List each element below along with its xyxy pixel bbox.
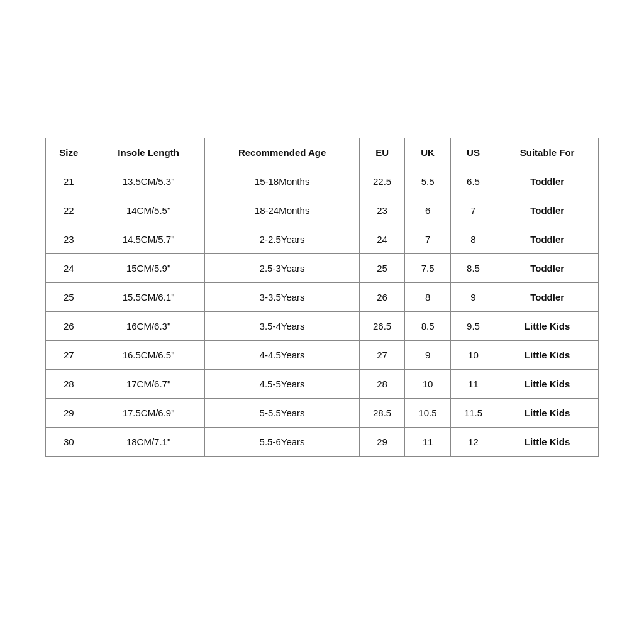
- table-row: 2314.5CM/5.7"2-2.5Years2478Toddler: [46, 225, 599, 253]
- cell-suitable: Toddler: [496, 225, 599, 253]
- table-row: 3018CM/7.1"5.5-6Years291112Little Kids: [46, 427, 599, 456]
- cell-age: 18-24Months: [205, 196, 359, 225]
- cell-eu: 27: [359, 340, 404, 369]
- cell-age: 4.5-5Years: [205, 369, 359, 398]
- cell-uk: 7: [405, 225, 450, 253]
- cell-uk: 10: [405, 369, 450, 398]
- cell-us: 12: [450, 427, 496, 456]
- cell-suitable: Little Kids: [496, 340, 599, 369]
- size-chart-table: Size Insole Length Recommended Age EU UK…: [45, 138, 599, 457]
- cell-size: 26: [46, 311, 92, 340]
- cell-suitable: Little Kids: [496, 398, 599, 427]
- cell-suitable: Little Kids: [496, 369, 599, 398]
- cell-insole: 17.5CM/6.9": [92, 398, 205, 427]
- cell-uk: 5.5: [405, 167, 450, 196]
- cell-eu: 28: [359, 369, 404, 398]
- header-eu: EU: [359, 138, 404, 167]
- size-chart-wrapper: Size Insole Length Recommended Age EU UK…: [45, 138, 599, 457]
- cell-suitable: Toddler: [496, 253, 599, 282]
- cell-eu: 29: [359, 427, 404, 456]
- table-row: 2917.5CM/6.9"5-5.5Years28.510.511.5Littl…: [46, 398, 599, 427]
- cell-suitable: Toddler: [496, 196, 599, 225]
- cell-suitable: Toddler: [496, 167, 599, 196]
- header-uk: UK: [405, 138, 450, 167]
- table-row: 2716.5CM/6.5"4-4.5Years27910Little Kids: [46, 340, 599, 369]
- cell-age: 5-5.5Years: [205, 398, 359, 427]
- cell-age: 2-2.5Years: [205, 225, 359, 253]
- cell-us: 9: [450, 282, 496, 311]
- cell-insole: 16CM/6.3": [92, 311, 205, 340]
- cell-age: 4-4.5Years: [205, 340, 359, 369]
- table-row: 2113.5CM/5.3"15-18Months22.55.56.5Toddle…: [46, 167, 599, 196]
- cell-uk: 7.5: [405, 253, 450, 282]
- table-row: 2616CM/6.3"3.5-4Years26.58.59.5Little Ki…: [46, 311, 599, 340]
- cell-size: 28: [46, 369, 92, 398]
- cell-eu: 28.5: [359, 398, 404, 427]
- cell-suitable: Little Kids: [496, 311, 599, 340]
- table-row: 2214CM/5.5"18-24Months2367Toddler: [46, 196, 599, 225]
- cell-size: 29: [46, 398, 92, 427]
- cell-suitable: Toddler: [496, 282, 599, 311]
- cell-insole: 15.5CM/6.1": [92, 282, 205, 311]
- cell-size: 24: [46, 253, 92, 282]
- header-size: Size: [46, 138, 92, 167]
- cell-eu: 26: [359, 282, 404, 311]
- cell-eu: 23: [359, 196, 404, 225]
- cell-size: 25: [46, 282, 92, 311]
- cell-insole: 14CM/5.5": [92, 196, 205, 225]
- cell-age: 15-18Months: [205, 167, 359, 196]
- cell-age: 5.5-6Years: [205, 427, 359, 456]
- cell-size: 21: [46, 167, 92, 196]
- cell-us: 11: [450, 369, 496, 398]
- cell-uk: 10.5: [405, 398, 450, 427]
- table-header-row: Size Insole Length Recommended Age EU UK…: [46, 138, 599, 167]
- cell-insole: 15CM/5.9": [92, 253, 205, 282]
- cell-insole: 14.5CM/5.7": [92, 225, 205, 253]
- header-insole-length: Insole Length: [92, 138, 205, 167]
- cell-eu: 24: [359, 225, 404, 253]
- cell-us: 6.5: [450, 167, 496, 196]
- table-row: 2817CM/6.7"4.5-5Years281011Little Kids: [46, 369, 599, 398]
- cell-us: 8.5: [450, 253, 496, 282]
- cell-suitable: Little Kids: [496, 427, 599, 456]
- cell-us: 11.5: [450, 398, 496, 427]
- cell-uk: 9: [405, 340, 450, 369]
- cell-uk: 11: [405, 427, 450, 456]
- cell-insole: 13.5CM/5.3": [92, 167, 205, 196]
- cell-size: 30: [46, 427, 92, 456]
- cell-us: 7: [450, 196, 496, 225]
- header-us: US: [450, 138, 496, 167]
- cell-us: 10: [450, 340, 496, 369]
- cell-size: 22: [46, 196, 92, 225]
- cell-uk: 8: [405, 282, 450, 311]
- cell-age: 2.5-3Years: [205, 253, 359, 282]
- cell-age: 3-3.5Years: [205, 282, 359, 311]
- cell-us: 8: [450, 225, 496, 253]
- cell-uk: 6: [405, 196, 450, 225]
- cell-us: 9.5: [450, 311, 496, 340]
- cell-uk: 8.5: [405, 311, 450, 340]
- cell-eu: 22.5: [359, 167, 404, 196]
- cell-size: 23: [46, 225, 92, 253]
- cell-insole: 17CM/6.7": [92, 369, 205, 398]
- table-row: 2415CM/5.9"2.5-3Years257.58.5Toddler: [46, 253, 599, 282]
- cell-size: 27: [46, 340, 92, 369]
- header-suitable-for: Suitable For: [496, 138, 599, 167]
- cell-eu: 26.5: [359, 311, 404, 340]
- cell-eu: 25: [359, 253, 404, 282]
- table-row: 2515.5CM/6.1"3-3.5Years2689Toddler: [46, 282, 599, 311]
- header-recommended-age: Recommended Age: [205, 138, 359, 167]
- cell-age: 3.5-4Years: [205, 311, 359, 340]
- cell-insole: 16.5CM/6.5": [92, 340, 205, 369]
- cell-insole: 18CM/7.1": [92, 427, 205, 456]
